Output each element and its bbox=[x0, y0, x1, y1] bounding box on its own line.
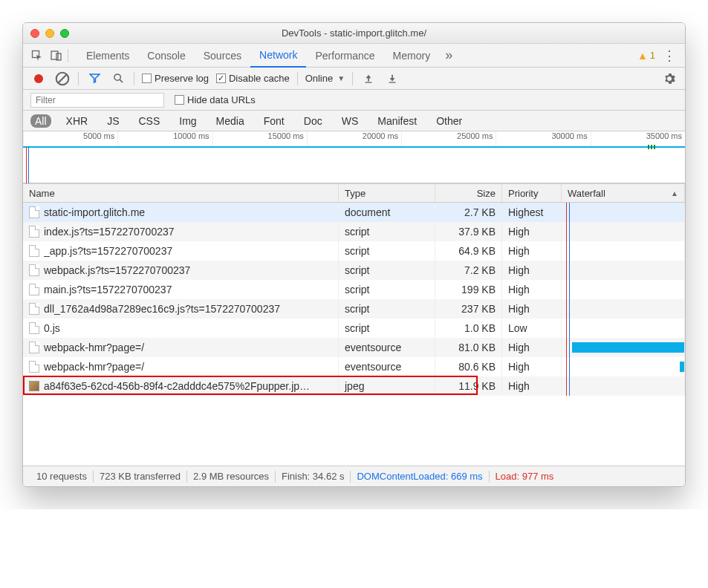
status-requests: 10 requests bbox=[30, 471, 93, 482]
minimize-button[interactable] bbox=[45, 29, 54, 38]
panel-tabs: ElementsConsoleSourcesNetworkPerformance… bbox=[77, 44, 439, 68]
cell-size: 81.0 KB bbox=[435, 338, 502, 357]
tabs-right: ▲ 1 ⋮ bbox=[637, 48, 679, 64]
warnings-badge[interactable]: ▲ 1 bbox=[637, 50, 655, 62]
tab-performance[interactable]: Performance bbox=[306, 44, 383, 68]
tab-elements[interactable]: Elements bbox=[77, 44, 138, 68]
divider bbox=[352, 72, 353, 85]
type-filter-manifest[interactable]: Manifest bbox=[373, 114, 421, 128]
cell-name: static-import.glitch.me bbox=[23, 203, 339, 222]
tab-network[interactable]: Network bbox=[250, 44, 306, 68]
disable-cache-checkbox[interactable]: ✓ Disable cache bbox=[216, 73, 290, 84]
table-row[interactable]: 0.jsscript1.0 KBLow bbox=[23, 318, 685, 338]
cell-size: 80.6 KB bbox=[435, 357, 502, 376]
filter-toggle-icon[interactable] bbox=[86, 71, 103, 87]
table-row[interactable]: main.js?ts=1572270700237script199 KBHigh bbox=[23, 280, 685, 299]
device-toolbar-icon[interactable] bbox=[48, 48, 65, 64]
search-icon[interactable] bbox=[110, 71, 126, 87]
cell-type: eventsource bbox=[339, 357, 435, 376]
warnings-count: 1 bbox=[650, 50, 655, 61]
hide-data-urls-checkbox[interactable]: Hide data URLs bbox=[175, 94, 256, 105]
file-icon bbox=[29, 342, 39, 353]
type-filter-ws[interactable]: WS bbox=[337, 114, 363, 128]
preserve-log-label: Preserve log bbox=[155, 73, 209, 84]
file-name: _app.js?ts=1572270700237 bbox=[44, 245, 172, 257]
table-row[interactable]: static-import.glitch.medocument2.7 KBHig… bbox=[23, 203, 685, 222]
timeline-late-marks bbox=[648, 145, 655, 149]
status-resources: 2.9 MB resources bbox=[187, 471, 275, 482]
warning-icon: ▲ bbox=[637, 50, 648, 62]
timeline-tick: 20000 ms bbox=[307, 131, 401, 146]
type-filter-font[interactable]: Font bbox=[259, 114, 289, 128]
column-type-header[interactable]: Type bbox=[339, 184, 435, 202]
upload-har-icon[interactable] bbox=[360, 71, 377, 87]
cell-size: 1.0 KB bbox=[435, 318, 502, 338]
record-button[interactable] bbox=[30, 71, 47, 87]
checkbox-icon bbox=[175, 95, 184, 105]
cell-name: webpack-hmr?page=/ bbox=[23, 338, 339, 357]
table-row[interactable]: _app.js?ts=1572270700237script64.9 KBHig… bbox=[23, 241, 685, 261]
table-row[interactable]: dll_1762a4d98a7289ec16c9.js?ts=157227070… bbox=[23, 299, 685, 318]
preserve-log-checkbox[interactable]: Preserve log bbox=[142, 73, 209, 84]
overview-timeline[interactable]: 5000 ms10000 ms15000 ms20000 ms25000 ms3… bbox=[23, 131, 685, 183]
cell-waterfall bbox=[562, 261, 685, 280]
tabs-overflow-button[interactable]: » bbox=[442, 48, 455, 63]
settings-gear-icon[interactable] bbox=[661, 71, 678, 87]
cell-priority: High bbox=[502, 357, 562, 376]
status-bar: 10 requests 723 KB transferred 2.9 MB re… bbox=[23, 466, 685, 486]
maximize-button[interactable] bbox=[60, 29, 69, 38]
file-icon bbox=[29, 322, 39, 334]
table-row[interactable]: a84f63e5-62cd-456b-89f4-c2adddc4e575%2Fp… bbox=[23, 376, 685, 396]
timeline-tick: 35000 ms bbox=[591, 131, 685, 146]
cell-type: script bbox=[339, 261, 435, 280]
clear-button[interactable] bbox=[54, 71, 71, 87]
inspect-element-icon[interactable] bbox=[29, 48, 45, 64]
type-filter-other[interactable]: Other bbox=[432, 114, 467, 128]
column-priority-header[interactable]: Priority bbox=[502, 184, 562, 202]
devtools-window: DevTools - static-import.glitch.me/ Elem… bbox=[22, 22, 686, 487]
svg-rect-8 bbox=[389, 82, 396, 82]
file-name: webpack-hmr?page=/ bbox=[44, 361, 144, 373]
type-filter-js[interactable]: JS bbox=[103, 114, 123, 128]
throttling-select[interactable]: Online ▼ bbox=[305, 73, 345, 84]
file-icon bbox=[29, 245, 39, 257]
file-name: webpack.js?ts=1572270700237 bbox=[44, 264, 190, 276]
type-filter-doc[interactable]: Doc bbox=[299, 114, 327, 128]
cell-type: jpeg bbox=[339, 376, 435, 396]
table-row[interactable]: webpack.js?ts=1572270700237script7.2 KBH… bbox=[23, 261, 685, 280]
table-header: Name Type Size Priority Waterfall ▲ bbox=[23, 183, 685, 203]
svg-rect-7 bbox=[366, 82, 372, 82]
download-har-icon[interactable] bbox=[384, 71, 400, 87]
tab-sources[interactable]: Sources bbox=[195, 44, 250, 68]
cell-priority: High bbox=[502, 376, 562, 396]
cell-size: 37.9 KB bbox=[435, 222, 502, 241]
type-filter-css[interactable]: CSS bbox=[134, 114, 164, 128]
column-name-header[interactable]: Name bbox=[23, 184, 339, 202]
cell-name: _app.js?ts=1572270700237 bbox=[23, 241, 339, 261]
timeline-tick: 30000 ms bbox=[496, 131, 590, 146]
table-row[interactable]: webpack-hmr?page=/eventsource81.0 KBHigh bbox=[23, 338, 685, 357]
cell-priority: High bbox=[502, 261, 562, 280]
cell-waterfall bbox=[562, 318, 685, 338]
type-filter-all[interactable]: All bbox=[30, 114, 51, 128]
table-row[interactable]: index.js?ts=1572270700237script37.9 KBHi… bbox=[23, 222, 685, 241]
column-waterfall-header[interactable]: Waterfall ▲ bbox=[562, 184, 685, 202]
file-name: webpack-hmr?page=/ bbox=[44, 342, 144, 353]
tab-console[interactable]: Console bbox=[138, 44, 194, 68]
tab-memory[interactable]: Memory bbox=[384, 44, 440, 68]
table-row[interactable]: webpack-hmr?page=/eventsource80.6 KBHigh bbox=[23, 357, 685, 376]
type-filter-img[interactable]: Img bbox=[175, 114, 201, 128]
status-finish: Finish: 34.62 s bbox=[276, 471, 351, 482]
type-filter-xhr[interactable]: XHR bbox=[62, 114, 93, 128]
cell-waterfall bbox=[562, 299, 685, 318]
cell-size: 199 KB bbox=[435, 280, 502, 299]
table-body: static-import.glitch.medocument2.7 KBHig… bbox=[23, 203, 685, 466]
type-filter-media[interactable]: Media bbox=[212, 114, 249, 128]
cell-size: 237 KB bbox=[435, 299, 502, 318]
filter-input[interactable] bbox=[30, 93, 164, 108]
kebab-menu-icon[interactable]: ⋮ bbox=[660, 48, 679, 64]
cell-priority: High bbox=[502, 241, 562, 261]
cell-priority: High bbox=[502, 222, 562, 241]
close-button[interactable] bbox=[30, 29, 39, 38]
column-size-header[interactable]: Size bbox=[435, 184, 502, 202]
